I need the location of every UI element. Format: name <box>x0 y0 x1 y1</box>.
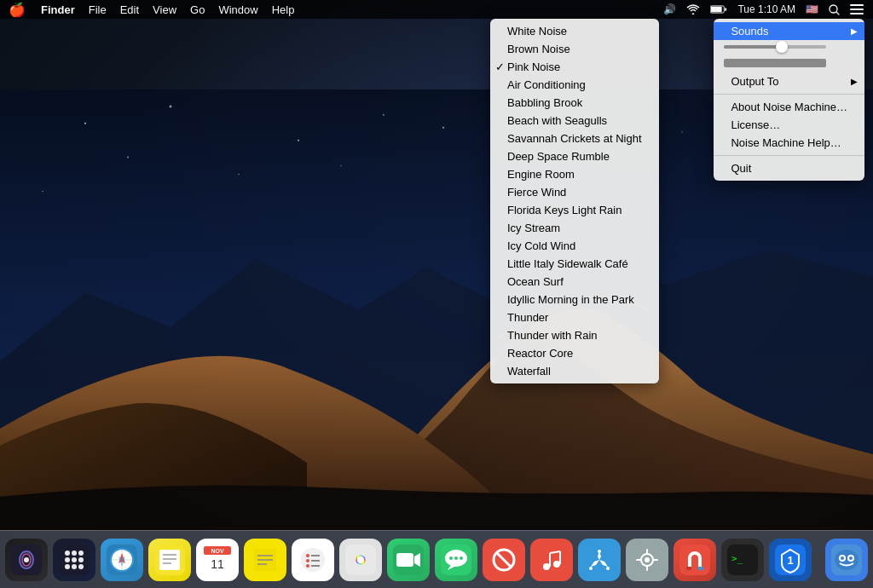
svg-rect-20 <box>850 4 864 6</box>
calendar-dock-icon[interactable]: NOV 11 <box>196 539 239 581</box>
menubar-help[interactable]: Help <box>265 0 302 19</box>
svg-point-3 <box>170 105 172 107</box>
dnc-dock-icon[interactable] <box>483 539 525 581</box>
photos-dock-icon[interactable] <box>339 539 382 581</box>
sounds-menu-deep-space[interactable]: Deep Space Rumble <box>490 147 659 165</box>
output-to-menu-item[interactable]: Output To <box>714 72 864 90</box>
sounds-menu-pink-noise[interactable]: Pink Noise <box>490 58 659 76</box>
dock: NOV 11 <box>0 530 873 588</box>
svg-text:1: 1 <box>787 554 793 567</box>
sounds-menu-icy-cold-wind[interactable]: Icy Cold Wind <box>490 237 659 255</box>
svg-point-39 <box>78 557 84 562</box>
svg-rect-111 <box>698 567 703 570</box>
svg-text:>_: >_ <box>731 553 743 564</box>
menubar-edit[interactable]: Edit <box>113 0 146 19</box>
svg-point-104 <box>645 557 650 562</box>
desktop: 🍎 Finder File Edit View Go Window Help 🔊 <box>0 0 873 588</box>
svg-text:11: 11 <box>211 557 224 571</box>
svg-point-13 <box>340 164 342 166</box>
svg-point-37 <box>65 557 70 562</box>
sounds-menu-engine-room[interactable]: Engine Room <box>490 165 659 183</box>
datetime-display: Tue 1:10 AM <box>733 0 800 19</box>
menubar-right: 🔊 Tue 1:10 AM 🇺🇸 <box>659 0 873 19</box>
svg-point-87 <box>454 556 458 560</box>
menubar-go[interactable]: Go <box>183 0 211 19</box>
main-dropdown-menu: Sounds Output To About Noise Machine… Li… <box>714 19 864 181</box>
svg-point-12 <box>42 190 43 192</box>
flag-menubar-icon[interactable]: 🇺🇸 <box>801 0 823 19</box>
menubar-window[interactable]: Window <box>211 0 264 19</box>
control-strip-menubar-icon[interactable] <box>846 0 868 19</box>
sounds-menu-icy-stream[interactable]: Icy Stream <box>490 219 659 237</box>
svg-point-101 <box>606 567 610 570</box>
menubar-finder[interactable]: Finder <box>34 0 82 19</box>
about-noise-machine-item[interactable]: About Noise Machine… <box>714 98 864 116</box>
launchpad-dock-icon[interactable] <box>53 539 95 581</box>
volume-menubar-icon[interactable]: 🔊 <box>659 0 680 19</box>
battery-menubar-icon[interactable] <box>706 0 731 19</box>
svg-rect-110 <box>686 567 691 570</box>
svg-point-4 <box>298 139 299 141</box>
sounds-menu-waterfall[interactable]: Waterfall <box>490 362 659 380</box>
notes-dock-icon[interactable] <box>148 539 191 581</box>
svg-rect-21 <box>850 9 864 10</box>
appstore-dock-icon[interactable] <box>578 539 621 581</box>
music-dock-icon[interactable] <box>530 539 573 581</box>
svg-point-100 <box>589 567 593 570</box>
sounds-menu-babbling-brook[interactable]: Babbling Brook <box>490 94 659 112</box>
svg-line-19 <box>836 12 839 14</box>
magnet-dock-icon[interactable] <box>674 539 716 581</box>
svg-point-34 <box>65 551 70 556</box>
svg-point-65 <box>301 548 325 572</box>
wifi-menubar-icon[interactable] <box>682 0 704 19</box>
help-item[interactable]: Noise Machine Help… <box>714 134 864 152</box>
1password-dock-icon[interactable]: 1 <box>769 539 812 581</box>
menubar-left: 🍎 Finder File Edit View Go Window Help <box>0 0 301 19</box>
sounds-menu-ocean-surf[interactable]: Ocean Surf <box>490 273 659 291</box>
svg-point-35 <box>72 551 77 556</box>
sounds-menu-brown-noise[interactable]: Brown Noise <box>490 40 659 58</box>
facetime-dock-icon[interactable] <box>387 539 430 581</box>
sounds-menu-florida-keys[interactable]: Florida Keys Light Rain <box>490 201 659 219</box>
svg-rect-17 <box>726 8 727 11</box>
system-prefs-dock-icon[interactable] <box>626 539 668 581</box>
menubar-view[interactable]: View <box>146 0 183 19</box>
license-item[interactable]: License… <box>714 116 864 134</box>
svg-point-68 <box>306 559 309 562</box>
svg-point-88 <box>460 556 463 560</box>
volume-slider-thumb[interactable] <box>776 41 788 53</box>
reminders-dock-icon[interactable] <box>292 539 334 581</box>
menubar-file[interactable]: File <box>82 0 113 19</box>
sounds-menu-beach-seagulls[interactable]: Beach with Seagulls <box>490 112 659 130</box>
sounds-menu-fierce-wind[interactable]: Fierce Wind <box>490 183 659 201</box>
safari-dock-icon[interactable] <box>101 539 143 581</box>
apple-menu-item[interactable]: 🍎 <box>0 0 34 19</box>
sounds-menu-air-conditioning[interactable]: Air Conditioning <box>490 76 659 94</box>
menubar: 🍎 Finder File Edit View Go Window Help 🔊 <box>0 0 873 19</box>
menu-separator-2 <box>714 155 864 156</box>
sounds-menu-thunder-rain[interactable]: Thunder with Rain <box>490 326 659 344</box>
siri-dock-icon[interactable] <box>5 539 48 581</box>
sounds-menu-reactor-core[interactable]: Reactor Core <box>490 344 659 362</box>
sounds-menu-item[interactable]: Sounds <box>714 22 864 40</box>
sounds-menu-white-noise[interactable]: White Noise <box>490 22 659 40</box>
svg-point-99 <box>598 550 601 553</box>
svg-point-32 <box>24 557 29 562</box>
svg-rect-16 <box>711 7 722 12</box>
quit-item[interactable]: Quit <box>714 159 864 177</box>
finder2-dock-icon[interactable] <box>825 539 868 581</box>
svg-point-8 <box>442 126 444 128</box>
volume-slider-track[interactable] <box>724 45 826 49</box>
messages-dock-icon[interactable] <box>435 539 477 581</box>
sounds-menu-idyllic-morning[interactable]: Idyllic Morning in the Park <box>490 291 659 308</box>
output-level-bar <box>724 59 826 67</box>
terminal-dock-icon[interactable]: >_ <box>721 539 764 581</box>
svg-rect-81 <box>396 553 413 567</box>
sounds-menu-thunder[interactable]: Thunder <box>490 308 659 326</box>
search-menubar-icon[interactable] <box>824 0 844 19</box>
svg-point-40 <box>65 564 70 569</box>
volume-slider-section <box>714 40 864 54</box>
sounds-menu-little-italy[interactable]: Little Italy Sidewalk Café <box>490 255 659 273</box>
stickies-dock-icon[interactable] <box>244 539 286 581</box>
sounds-menu-savannah-crickets[interactable]: Savannah Crickets at Night <box>490 130 659 147</box>
